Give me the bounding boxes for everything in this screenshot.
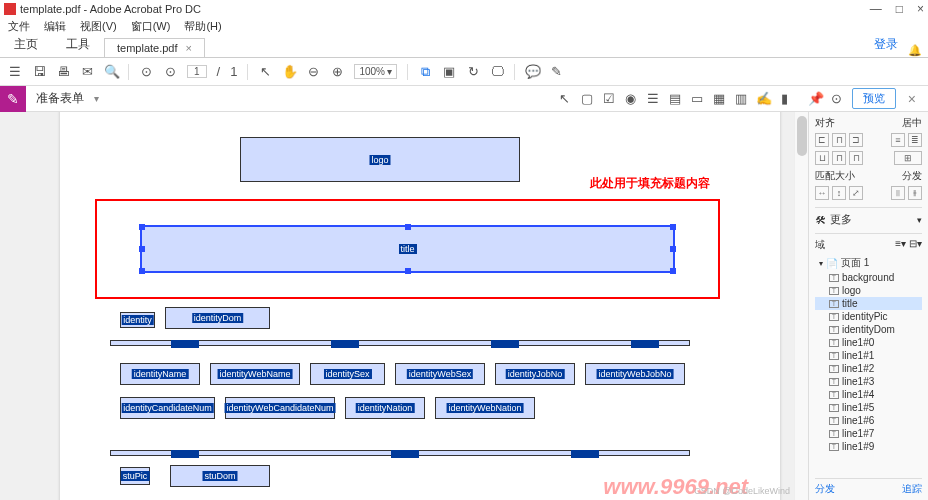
comment-icon[interactable]: 💬 <box>525 64 539 79</box>
field-identityjobno[interactable]: identityJobNo <box>495 363 575 385</box>
field-identitycandidatenum[interactable]: identityCandidateNum <box>120 397 215 419</box>
page-current[interactable]: 1 <box>187 65 207 78</box>
align-left-icon[interactable]: ⊏ <box>815 133 829 147</box>
tab-home[interactable]: 主页 <box>0 32 52 57</box>
sort-icon[interactable]: ≡▾ <box>895 238 906 252</box>
resize-handle-nw[interactable] <box>139 224 145 230</box>
track-link[interactable]: 追踪 <box>902 482 922 496</box>
page-up-icon[interactable]: ⊙ <box>139 64 153 79</box>
dropdown-tool-icon[interactable]: ▤ <box>668 91 682 106</box>
radio-tool-icon[interactable]: ◉ <box>624 91 638 106</box>
signature-tool-icon[interactable]: ✍ <box>756 91 770 106</box>
textfield-tool-icon[interactable]: ▢ <box>580 91 594 106</box>
center-both-icon[interactable]: ⊞ <box>894 151 922 165</box>
pointer-icon[interactable]: ↖ <box>258 64 272 79</box>
field-list-item[interactable]: Tline1#2 <box>815 362 922 375</box>
tab-document[interactable]: template.pdf × <box>104 38 205 57</box>
rotate-icon[interactable]: ↻ <box>466 64 480 79</box>
field-logo[interactable]: logo <box>240 137 520 182</box>
align-middle-icon[interactable]: ⊓ <box>832 151 846 165</box>
fit-width-icon[interactable]: ▣ <box>442 64 456 79</box>
field-list-item[interactable]: Tbackground <box>815 271 922 284</box>
match-width-icon[interactable]: ↔ <box>815 186 829 200</box>
resize-handle-w[interactable] <box>139 246 145 252</box>
resize-handle-e[interactable] <box>670 246 676 252</box>
field-list-item[interactable]: Tline1#4 <box>815 388 922 401</box>
resize-handle-sw[interactable] <box>139 268 145 274</box>
barcode-tool-icon[interactable]: ▮ <box>778 91 792 106</box>
prepare-form-icon[interactable]: ✎ <box>0 86 26 112</box>
align-right-icon[interactable]: ⊐ <box>849 133 863 147</box>
field-list-item[interactable]: TidentityPic <box>815 310 922 323</box>
field-line-bar-2[interactable] <box>110 450 690 456</box>
field-stupic[interactable]: stuPic <box>120 467 150 485</box>
window-close[interactable]: × <box>917 2 924 16</box>
field-identityname[interactable]: identityName <box>120 363 200 385</box>
resize-handle-se[interactable] <box>670 268 676 274</box>
close-panel-button[interactable]: × <box>904 91 920 107</box>
window-minimize[interactable]: — <box>870 2 882 16</box>
chevron-down-icon[interactable]: ▾ <box>94 93 99 104</box>
listbox-tool-icon[interactable]: ☰ <box>646 91 660 106</box>
resize-handle-n[interactable] <box>405 224 411 230</box>
field-line-bar-1[interactable] <box>110 340 690 346</box>
field-list-item[interactable]: Tline1#5 <box>815 401 922 414</box>
field-identitywebjobno[interactable]: identityWebJobNo <box>585 363 685 385</box>
field-list-item[interactable]: Tline1#9 <box>815 440 922 453</box>
match-height-icon[interactable]: ↕ <box>832 186 846 200</box>
sidebar-toggle-icon[interactable]: ☰ <box>8 64 22 79</box>
menu-window[interactable]: 窗口(W) <box>131 19 171 34</box>
tab-document-close[interactable]: × <box>186 42 192 54</box>
more-label[interactable]: 更多 <box>830 212 852 227</box>
field-identitysex[interactable]: identitySex <box>310 363 385 385</box>
field-list-item[interactable]: Ttitle <box>815 297 922 310</box>
zoom-level[interactable]: 100%▾ <box>354 64 397 79</box>
field-list-item[interactable]: Tline1#1 <box>815 349 922 362</box>
vertical-scrollbar[interactable] <box>794 112 808 500</box>
more-icon[interactable]: ⊙ <box>830 91 844 106</box>
field-identitywebsex[interactable]: identityWebSex <box>395 363 485 385</box>
hand-icon[interactable]: ✋ <box>282 64 296 79</box>
monitor-icon[interactable]: 🖵 <box>490 64 504 79</box>
field-list-item[interactable]: Tline1#6 <box>815 414 922 427</box>
window-maximize[interactable]: □ <box>896 2 903 16</box>
checkbox-tool-icon[interactable]: ☑ <box>602 91 616 106</box>
zoom-out-icon[interactable]: ⊖ <box>306 64 320 79</box>
align-center-icon[interactable]: ⊓ <box>832 133 846 147</box>
field-list-item[interactable]: Tline1#3 <box>815 375 922 388</box>
resize-handle-ne[interactable] <box>670 224 676 230</box>
field-studom[interactable]: stuDom <box>170 465 270 487</box>
field-identitywebnation[interactable]: identityWebNation <box>435 397 535 419</box>
search-icon[interactable]: 🔍 <box>104 64 118 79</box>
select-tool-icon[interactable]: ↖ <box>558 91 572 106</box>
align-top-icon[interactable]: ⊔ <box>815 151 829 165</box>
tree-page-1[interactable]: ▾ 📄 页面 1 <box>815 255 922 271</box>
resize-handle-s[interactable] <box>405 268 411 274</box>
button-tool-icon[interactable]: ▭ <box>690 91 704 106</box>
print-icon[interactable]: 🖶 <box>56 64 70 79</box>
field-identity[interactable]: identity <box>120 312 155 328</box>
distribute-h-icon[interactable]: ⫴ <box>891 186 905 200</box>
scrollbar-thumb[interactable] <box>797 116 807 156</box>
preview-button[interactable]: 预览 <box>852 88 896 109</box>
chevron-down-icon[interactable]: ▾ <box>917 215 922 225</box>
center-v-icon[interactable]: ≣ <box>908 133 922 147</box>
menu-help[interactable]: 帮助(H) <box>184 19 221 34</box>
page-down-icon[interactable]: ⊙ <box>163 64 177 79</box>
canvas-area[interactable]: logo 此处用于填充标题内容 title identity <box>0 112 808 500</box>
tab-tools[interactable]: 工具 <box>52 32 104 57</box>
field-list-item[interactable]: TidentityDom <box>815 323 922 336</box>
fit-page-icon[interactable]: ⧉ <box>418 64 432 80</box>
notification-icon[interactable]: 🔔 <box>908 44 922 57</box>
field-identitywebname[interactable]: identityWebName <box>210 363 300 385</box>
field-title-selected[interactable]: title <box>140 225 675 273</box>
login-link[interactable]: 登录 <box>864 32 908 57</box>
highlight-icon[interactable]: ✎ <box>549 64 563 79</box>
align-bottom-icon[interactable]: ⊓ <box>849 151 863 165</box>
save-icon[interactable]: 🖫 <box>32 64 46 79</box>
distribute-v-icon[interactable]: ⫵ <box>908 186 922 200</box>
pin-icon[interactable]: 📌 <box>808 91 822 106</box>
distribute-link[interactable]: 分发 <box>815 482 835 496</box>
field-identitynation[interactable]: identityNation <box>345 397 425 419</box>
zoom-in-icon[interactable]: ⊕ <box>330 64 344 79</box>
